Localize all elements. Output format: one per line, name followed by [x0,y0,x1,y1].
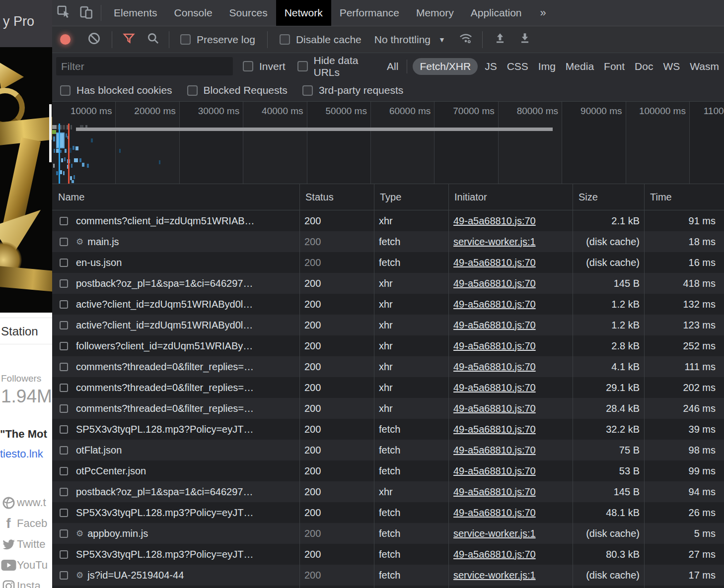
column-header-status[interactable]: Status [299,192,374,203]
name-cell[interactable]: ⚙js?id=UA-2519404-44 [52,570,299,581]
network-overview-timeline[interactable]: 10000 ms20000 ms30000 ms40000 ms50000 ms… [52,102,724,184]
tab-memory[interactable]: Memory [408,0,462,26]
initiator-link[interactable]: 49-a5a68810.js:70 [453,320,536,330]
name-cell[interactable]: active?client_id=zdUqm51WRIAByd0l… [52,299,299,310]
initiator-link[interactable]: 49-a5a68810.js:70 [453,278,536,289]
tab-network[interactable]: Network [276,0,331,26]
filter-input[interactable] [56,57,233,75]
filter-type-wasm[interactable]: Wasm [685,58,724,75]
initiator-link[interactable]: 49-a5a68810.js:70 [453,403,536,414]
invert-checkbox[interactable] [243,61,253,71]
name-cell[interactable]: SP5X3v3tyqPL.128.mp3?Policy=eyJT… [52,507,299,519]
initiator-link[interactable]: 49-a5a68810.js:70 [453,340,536,351]
throttling-select[interactable]: No throttling [374,34,431,46]
filter-type-img[interactable]: Img [533,58,561,75]
name-cell[interactable]: postback?oz_pl=1&spa=1&ci=646297… [52,486,299,498]
social-link-facebook[interactable]: fFaceb [0,513,52,534]
table-row[interactable]: active?client_id=zdUqm51WRIAByd0l…200xhr… [52,294,724,315]
table-row[interactable]: SP5X3v3tyqPL.128.mp3?Policy=eyJT…200fetc… [52,419,724,440]
row-checkbox[interactable] [60,238,68,246]
table-row[interactable]: en-us.json200fetch49-a5a68810.js:70(disk… [52,252,724,273]
clear-button[interactable] [87,32,101,48]
row-checkbox[interactable] [60,259,68,267]
filter-type-font[interactable]: Font [599,58,630,75]
table-row[interactable]: comments?threaded=0&filter_replies=…200x… [52,398,724,419]
network-conditions-button[interactable] [458,31,473,48]
column-divider[interactable] [644,184,645,588]
initiator-link[interactable]: 49-a5a68810.js:70 [453,215,536,226]
column-divider[interactable] [573,184,573,588]
tab-performance[interactable]: Performance [331,0,408,26]
row-checkbox[interactable] [60,279,68,288]
initiator-link[interactable]: 49-a5a68810.js:70 [453,382,536,393]
table-row[interactable]: comments?threaded=0&filter_replies=…200x… [52,356,724,377]
tab-sources[interactable]: Sources [221,0,276,26]
name-cell[interactable]: otPcCenter.json [52,465,299,477]
tab-elements[interactable]: Elements [105,0,166,26]
name-cell[interactable]: SP5X3v3tyqPL.128.mp3?Policy=eyJT… [52,424,299,435]
column-header-size[interactable]: Size [573,192,644,203]
column-header-time[interactable]: Time [644,192,724,203]
table-row[interactable]: comments?threaded=0&filter_replies=…200x… [52,377,724,398]
filter-type-fetch-xhr[interactable]: Fetch/XHR [413,58,478,75]
name-cell[interactable]: SP5X3v3tyqPL.128.mp3?Policy=eyJT… [52,549,299,560]
row-checkbox[interactable] [60,550,68,559]
initiator-link[interactable]: 49-a5a68810.js:70 [453,445,536,456]
row-checkbox[interactable] [60,509,68,517]
device-toolbar-button[interactable] [75,0,98,26]
page-scrollbar[interactable] [49,104,52,162]
inspect-element-button[interactable] [52,0,75,26]
table-row[interactable]: comments?client_id=zdUqm51WRIAB…200xhr49… [52,210,724,231]
table-row[interactable]: SP5X3v3tyqPL.128.mp3?Policy=eyJT…200fetc… [52,544,724,565]
row-checkbox[interactable] [60,342,68,350]
column-divider[interactable] [299,184,300,588]
filter-type-doc[interactable]: Doc [630,58,658,75]
name-cell[interactable]: comments?client_id=zdUqm51WRIAB… [52,215,299,227]
row-checkbox[interactable] [60,217,68,225]
row-checkbox[interactable] [60,446,68,455]
tab-console[interactable]: Console [166,0,221,26]
row-checkbox[interactable] [60,404,68,413]
filter-type-ws[interactable]: WS [658,58,685,75]
name-cell[interactable]: postback?oz_pl=1&spa=1&ci=646297… [52,278,299,289]
row-checkbox[interactable] [60,467,68,475]
initiator-link[interactable]: service-worker.js:1 [453,236,536,247]
table-row[interactable]: active?client_id=zdUqm51WRIAByd0l…200xhr… [52,315,724,335]
column-header-type[interactable]: Type [374,192,448,203]
social-link-globe[interactable]: www.t [0,492,52,513]
preserve-log-checkbox[interactable] [180,34,191,45]
name-cell[interactable]: otFlat.json [52,445,299,456]
initiator-link[interactable]: 49-a5a68810.js:70 [453,424,536,435]
row-checkbox[interactable] [60,384,68,392]
try-pro-button[interactable]: y Pro [3,14,34,29]
table-row[interactable]: ⚙main.js200fetchservice-worker.js:1(disk… [52,231,724,252]
initiator-link[interactable]: 49-a5a68810.js:70 [453,549,536,560]
initiator-link[interactable]: service-worker.js:1 [453,570,536,581]
row-checkbox[interactable] [60,488,68,496]
initiator-link[interactable]: 49-a5a68810.js:70 [453,361,536,372]
export-har-button[interactable] [518,32,531,48]
column-divider[interactable] [448,184,449,588]
import-har-button[interactable] [494,32,507,48]
filter-type-css[interactable]: CSS [502,58,533,75]
row-checkbox[interactable] [60,321,68,329]
name-cell[interactable]: en-us.json [52,257,299,268]
station-button[interactable]: Station [0,318,52,344]
chevron-down-icon[interactable]: ▼ [438,36,445,44]
row-checkbox[interactable] [60,529,68,538]
row-checkbox[interactable] [60,425,68,434]
name-cell[interactable]: comments?threaded=0&filter_replies=… [52,361,299,373]
more-tabs-button[interactable]: » [530,0,556,26]
record-button[interactable] [60,34,71,45]
tab-application[interactable]: Application [462,0,530,26]
name-cell[interactable]: comments?threaded=0&filter_replies=… [52,403,299,414]
hide-data-urls-checkbox[interactable] [297,61,308,71]
table-row[interactable]: followers?client_id=zdUqm51WRIABy…200xhr… [52,335,724,356]
search-button[interactable] [146,32,160,48]
table-row[interactable]: otPcCenter.json200fetch49-a5a68810.js:70… [52,460,724,481]
disable-cache-checkbox[interactable] [280,34,290,45]
initiator-link[interactable]: 49-a5a68810.js:70 [453,507,536,518]
table-row[interactable]: ⚙appboy.min.js200fetchservice-worker.js:… [52,523,724,544]
row-checkbox[interactable] [60,300,68,309]
track-link[interactable]: tiesto.lnk [0,448,43,460]
